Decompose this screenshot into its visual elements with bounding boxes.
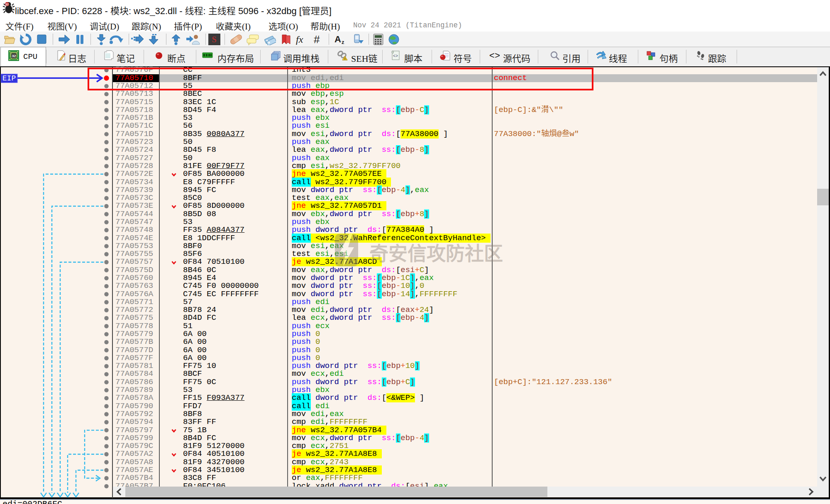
svg-text:#: # bbox=[314, 34, 320, 45]
svg-text:EIP: EIP bbox=[2, 74, 16, 83]
svg-text:32: 32 bbox=[5, 3, 9, 6]
svg-text:<>: <> bbox=[393, 54, 398, 58]
svg-text:!: ! bbox=[344, 57, 346, 61]
svg-text:A: A bbox=[334, 34, 341, 44]
svg-text:<>: <> bbox=[489, 51, 500, 61]
svg-text:奇安信攻防社区: 奇安信攻防社区 bbox=[369, 238, 503, 265]
svg-text:32: 32 bbox=[12, 54, 16, 58]
svg-text:fx: fx bbox=[296, 34, 303, 45]
svg-text:z: z bbox=[342, 39, 344, 45]
svg-text:S: S bbox=[212, 35, 216, 44]
